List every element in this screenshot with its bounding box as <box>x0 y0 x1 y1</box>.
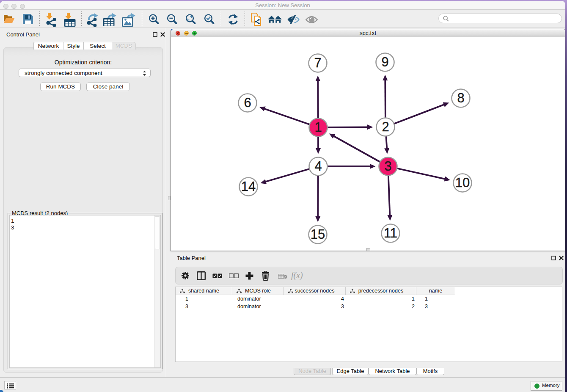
svg-text:4: 4 <box>314 159 322 174</box>
svg-text:10: 10 <box>455 175 470 190</box>
svg-text:14: 14 <box>241 179 256 194</box>
svg-text:8: 8 <box>457 91 464 105</box>
svg-text:11: 11 <box>384 226 397 240</box>
svg-text:2: 2 <box>382 119 389 134</box>
svg-text:7: 7 <box>314 55 321 70</box>
svg-text:3: 3 <box>384 159 391 174</box>
svg-text:1: 1 <box>314 120 322 135</box>
svg-text:6: 6 <box>244 95 251 110</box>
svg-text:9: 9 <box>381 55 388 69</box>
svg-text:15: 15 <box>311 227 325 242</box>
